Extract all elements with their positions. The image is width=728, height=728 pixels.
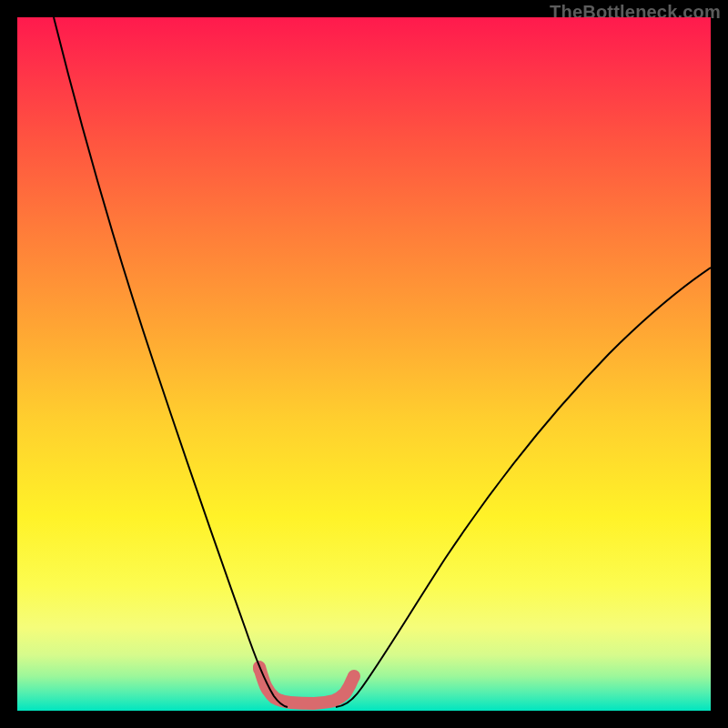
left-curve-path <box>54 17 288 707</box>
right-curve-path <box>336 268 711 707</box>
trough-end-dot <box>348 670 360 682</box>
chart-svg <box>17 17 711 711</box>
trough-highlight-path <box>259 667 353 703</box>
plot-area <box>17 17 711 711</box>
